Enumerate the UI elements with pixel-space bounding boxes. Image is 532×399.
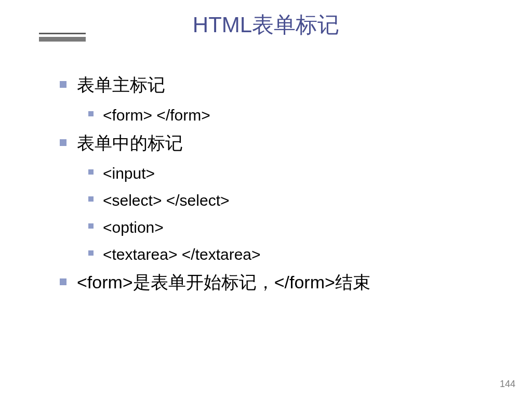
list-item-text: 表单主标记 (77, 73, 165, 97)
list-item: 表单中的标记 (60, 131, 506, 155)
content-area: 表单主标记 <form> </form> 表单中的标记 <input> <sel… (26, 52, 506, 295)
list-item-text: <textarea> </textarea> (103, 244, 261, 265)
bullet-square-icon (60, 81, 66, 88)
list-item-text: <option> (103, 217, 164, 238)
slide-container: HTML表单标记 表单主标记 <form> </form> 表单中的标记 <in… (0, 0, 532, 399)
bullet-square-icon (60, 139, 66, 146)
list-item-text: <form> </form> (103, 104, 210, 126)
bullet-square-icon (88, 196, 94, 202)
list-item: 表单主标记 (60, 73, 506, 97)
bullet-square-icon (88, 111, 94, 116)
list-item: <select> </select> (88, 190, 506, 211)
list-item: <form>是表单开始标记，</form>结束 (60, 271, 506, 295)
slide-title: HTML表单标记 (26, 10, 506, 39)
page-number: 144 (500, 379, 515, 390)
list-item-text: <select> </select> (103, 190, 230, 211)
bullet-square-icon (60, 278, 66, 285)
list-item-text: <input> (103, 163, 155, 184)
bullet-square-icon (88, 223, 94, 229)
list-item: <textarea> </textarea> (88, 244, 506, 265)
list-item: <option> (88, 217, 506, 238)
bullet-square-icon (88, 169, 94, 175)
title-area: HTML表单标记 (26, 10, 506, 52)
bullet-square-icon (88, 250, 94, 256)
list-item: <input> (88, 163, 506, 184)
list-item-text: 表单中的标记 (77, 131, 183, 155)
list-item-text: <form>是表单开始标记，</form>结束 (77, 271, 370, 295)
list-item: <form> </form> (88, 104, 506, 126)
